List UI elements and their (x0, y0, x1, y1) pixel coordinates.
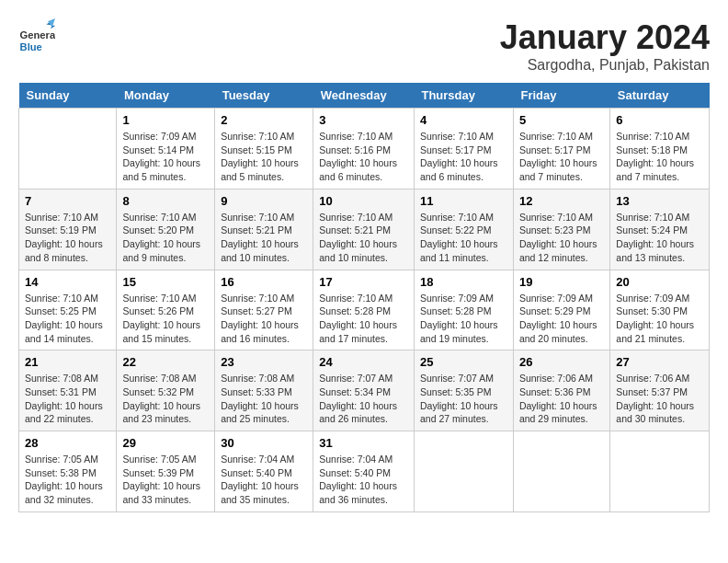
calendar-cell: 7Sunrise: 7:10 AM Sunset: 5:19 PM Daylig… (19, 189, 117, 270)
day-number: 18 (420, 275, 507, 289)
calendar-cell: 21Sunrise: 7:08 AM Sunset: 5:31 PM Dayli… (19, 350, 117, 431)
svg-text:Blue: Blue (20, 41, 42, 52)
day-info: Sunrise: 7:10 AM Sunset: 5:16 PM Dayligh… (319, 130, 408, 184)
day-number: 29 (122, 436, 209, 450)
day-number: 24 (319, 355, 408, 369)
calendar-cell: 3Sunrise: 7:10 AM Sunset: 5:16 PM Daylig… (313, 109, 415, 190)
day-info: Sunrise: 7:09 AM Sunset: 5:14 PM Dayligh… (122, 130, 209, 184)
weekday-header: Monday (117, 83, 215, 109)
calendar-cell: 18Sunrise: 7:09 AM Sunset: 5:28 PM Dayli… (414, 270, 513, 350)
day-info: Sunrise: 7:06 AM Sunset: 5:37 PM Dayligh… (616, 372, 703, 426)
day-info: Sunrise: 7:05 AM Sunset: 5:38 PM Dayligh… (25, 453, 110, 507)
day-info: Sunrise: 7:10 AM Sunset: 5:22 PM Dayligh… (420, 211, 507, 265)
day-number: 31 (319, 436, 408, 450)
day-number: 10 (319, 194, 408, 208)
day-number: 7 (25, 194, 110, 208)
calendar-cell (19, 109, 117, 190)
calendar-cell: 2Sunrise: 7:10 AM Sunset: 5:15 PM Daylig… (215, 109, 313, 190)
calendar-week-row: 14Sunrise: 7:10 AM Sunset: 5:25 PM Dayli… (19, 270, 710, 350)
day-number: 13 (616, 194, 703, 208)
weekday-header: Wednesday (313, 83, 415, 109)
day-info: Sunrise: 7:10 AM Sunset: 5:24 PM Dayligh… (616, 211, 703, 265)
day-number: 30 (221, 436, 307, 450)
weekday-header: Sunday (19, 83, 117, 109)
day-number: 26 (519, 355, 604, 369)
day-number: 8 (122, 194, 209, 208)
day-info: Sunrise: 7:10 AM Sunset: 5:21 PM Dayligh… (319, 211, 408, 265)
weekday-header: Friday (513, 83, 609, 109)
day-info: Sunrise: 7:08 AM Sunset: 5:33 PM Dayligh… (221, 372, 307, 426)
day-info: Sunrise: 7:06 AM Sunset: 5:36 PM Dayligh… (519, 372, 604, 426)
calendar-cell: 17Sunrise: 7:10 AM Sunset: 5:28 PM Dayli… (313, 270, 415, 350)
day-info: Sunrise: 7:04 AM Sunset: 5:40 PM Dayligh… (221, 453, 307, 507)
day-info: Sunrise: 7:10 AM Sunset: 5:27 PM Dayligh… (221, 292, 307, 346)
calendar-cell: 26Sunrise: 7:06 AM Sunset: 5:36 PM Dayli… (513, 350, 609, 431)
day-info: Sunrise: 7:08 AM Sunset: 5:31 PM Dayligh… (25, 372, 110, 426)
day-number: 9 (221, 194, 307, 208)
calendar-week-row: 28Sunrise: 7:05 AM Sunset: 5:38 PM Dayli… (19, 431, 710, 512)
calendar-cell: 10Sunrise: 7:10 AM Sunset: 5:21 PM Dayli… (313, 189, 415, 270)
day-info: Sunrise: 7:07 AM Sunset: 5:34 PM Dayligh… (319, 372, 408, 426)
day-info: Sunrise: 7:10 AM Sunset: 5:20 PM Dayligh… (122, 211, 209, 265)
day-info: Sunrise: 7:10 AM Sunset: 5:21 PM Dayligh… (221, 211, 307, 265)
calendar-cell: 30Sunrise: 7:04 AM Sunset: 5:40 PM Dayli… (215, 431, 313, 512)
day-number: 23 (221, 355, 307, 369)
day-info: Sunrise: 7:05 AM Sunset: 5:39 PM Dayligh… (122, 453, 209, 507)
month-title: January 2024 (500, 18, 710, 57)
day-number: 16 (221, 275, 307, 289)
calendar-cell: 14Sunrise: 7:10 AM Sunset: 5:25 PM Dayli… (19, 270, 117, 350)
calendar-cell: 22Sunrise: 7:08 AM Sunset: 5:32 PM Dayli… (117, 350, 215, 431)
day-number: 15 (122, 275, 209, 289)
day-number: 21 (25, 355, 110, 369)
calendar-cell: 28Sunrise: 7:05 AM Sunset: 5:38 PM Dayli… (19, 431, 117, 512)
calendar-cell: 4Sunrise: 7:10 AM Sunset: 5:17 PM Daylig… (414, 109, 513, 190)
weekday-header: Thursday (414, 83, 513, 109)
calendar-cell: 23Sunrise: 7:08 AM Sunset: 5:33 PM Dayli… (215, 350, 313, 431)
calendar-cell: 16Sunrise: 7:10 AM Sunset: 5:27 PM Dayli… (215, 270, 313, 350)
day-info: Sunrise: 7:10 AM Sunset: 5:17 PM Dayligh… (519, 130, 604, 184)
calendar-cell: 8Sunrise: 7:10 AM Sunset: 5:20 PM Daylig… (117, 189, 215, 270)
calendar-cell: 15Sunrise: 7:10 AM Sunset: 5:26 PM Dayli… (117, 270, 215, 350)
logo-icon: General Blue (18, 18, 55, 55)
location: Sargodha, Punjab, Pakistan (500, 57, 710, 74)
day-number: 12 (519, 194, 604, 208)
calendar-cell: 12Sunrise: 7:10 AM Sunset: 5:23 PM Dayli… (513, 189, 609, 270)
day-number: 19 (519, 275, 604, 289)
calendar-cell: 24Sunrise: 7:07 AM Sunset: 5:34 PM Dayli… (313, 350, 415, 431)
calendar-cell: 9Sunrise: 7:10 AM Sunset: 5:21 PM Daylig… (215, 189, 313, 270)
day-info: Sunrise: 7:09 AM Sunset: 5:28 PM Dayligh… (420, 292, 507, 346)
calendar-cell (414, 431, 513, 512)
calendar-cell: 13Sunrise: 7:10 AM Sunset: 5:24 PM Dayli… (610, 189, 710, 270)
calendar-week-row: 21Sunrise: 7:08 AM Sunset: 5:31 PM Dayli… (19, 350, 710, 431)
day-info: Sunrise: 7:10 AM Sunset: 5:25 PM Dayligh… (25, 292, 110, 346)
day-number: 2 (221, 113, 307, 127)
calendar-cell: 29Sunrise: 7:05 AM Sunset: 5:39 PM Dayli… (117, 431, 215, 512)
day-info: Sunrise: 7:10 AM Sunset: 5:26 PM Dayligh… (122, 292, 209, 346)
page-header: General Blue January 2024 Sargodha, Punj… (18, 18, 710, 74)
weekday-header: Saturday (610, 83, 710, 109)
calendar-week-row: 7Sunrise: 7:10 AM Sunset: 5:19 PM Daylig… (19, 189, 710, 270)
day-info: Sunrise: 7:08 AM Sunset: 5:32 PM Dayligh… (122, 372, 209, 426)
day-info: Sunrise: 7:04 AM Sunset: 5:40 PM Dayligh… (319, 453, 408, 507)
calendar-cell: 27Sunrise: 7:06 AM Sunset: 5:37 PM Dayli… (610, 350, 710, 431)
day-number: 3 (319, 113, 408, 127)
calendar-cell: 11Sunrise: 7:10 AM Sunset: 5:22 PM Dayli… (414, 189, 513, 270)
calendar-week-row: 1Sunrise: 7:09 AM Sunset: 5:14 PM Daylig… (19, 109, 710, 190)
day-number: 11 (420, 194, 507, 208)
day-number: 20 (616, 275, 703, 289)
calendar-cell: 1Sunrise: 7:09 AM Sunset: 5:14 PM Daylig… (117, 109, 215, 190)
day-info: Sunrise: 7:10 AM Sunset: 5:17 PM Dayligh… (420, 130, 507, 184)
calendar-cell (513, 431, 609, 512)
day-number: 1 (122, 113, 209, 127)
calendar-cell: 20Sunrise: 7:09 AM Sunset: 5:30 PM Dayli… (610, 270, 710, 350)
day-number: 25 (420, 355, 507, 369)
day-number: 22 (122, 355, 209, 369)
calendar-cell: 5Sunrise: 7:10 AM Sunset: 5:17 PM Daylig… (513, 109, 609, 190)
calendar-cell: 31Sunrise: 7:04 AM Sunset: 5:40 PM Dayli… (313, 431, 415, 512)
day-number: 6 (616, 113, 703, 127)
day-number: 14 (25, 275, 110, 289)
day-info: Sunrise: 7:10 AM Sunset: 5:15 PM Dayligh… (221, 130, 307, 184)
svg-text:General: General (20, 29, 55, 40)
logo: General Blue (18, 18, 55, 55)
day-info: Sunrise: 7:10 AM Sunset: 5:28 PM Dayligh… (319, 292, 408, 346)
